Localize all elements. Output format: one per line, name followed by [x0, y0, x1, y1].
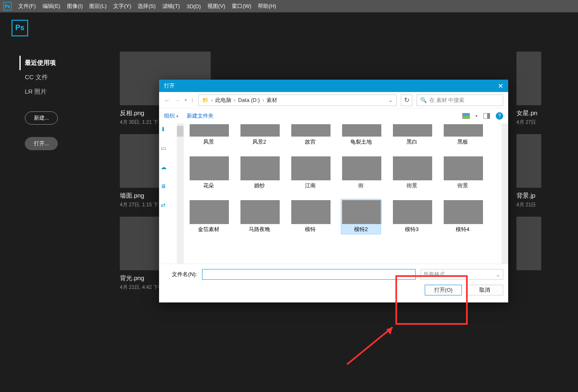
ps-logo-icon: Ps: [3, 2, 12, 10]
filename-input[interactable]: [202, 269, 416, 280]
forward-icon[interactable]: →: [174, 97, 181, 104]
files-scrollbar[interactable]: [502, 123, 508, 264]
open-confirm-button[interactable]: 打开(O): [425, 285, 462, 295]
app-header: Ps: [0, 12, 578, 43]
file-item[interactable]: 花朵: [189, 156, 228, 190]
open-button[interactable]: 打开...: [25, 137, 58, 150]
file-item[interactable]: 街景: [443, 156, 482, 190]
new-folder-button[interactable]: 新建文件夹: [187, 112, 214, 120]
file-item[interactable]: 街: [341, 156, 381, 190]
file-item[interactable]: 模特4: [443, 199, 482, 234]
menu-select[interactable]: 选择(S): [138, 2, 155, 10]
menu-help[interactable]: 帮助(H): [258, 2, 276, 10]
dialog-title: 打开: [164, 82, 175, 90]
search-icon: 🔍: [420, 97, 427, 103]
open-file-dialog: 打开 ✕ ← → ▾ ↑ 📁 › 此电脑 › Data (D:) › 素材 ⌄ …: [159, 80, 508, 302]
file-item[interactable]: 婚纱: [240, 156, 279, 190]
breadcrumb-drive[interactable]: Data (D:): [238, 97, 260, 103]
menu-filter[interactable]: 滤镜(T): [162, 2, 180, 10]
dialog-body: ⬇▭☁🖥⇄ 风景 风景2 故宫 龟裂土地 黑白 黑板 花朵 婚纱 江南 街 街景…: [159, 123, 508, 264]
menu-edit[interactable]: 编辑(E): [43, 2, 60, 10]
menu-3d[interactable]: 3D(D): [186, 3, 201, 9]
view-mode-icon[interactable]: [462, 113, 470, 119]
file-item[interactable]: 模特: [290, 199, 330, 234]
folder-icon: 📁: [202, 97, 209, 103]
recent-card[interactable]: 女星.pn4月 27日: [516, 52, 541, 126]
chevron-down-icon[interactable]: ⌄: [388, 97, 393, 103]
breadcrumb-root[interactable]: 此电脑: [215, 97, 231, 104]
address-bar[interactable]: 📁 › 此电脑 › Data (D:) › 素材 ⌄: [198, 94, 397, 106]
chevron-down-icon[interactable]: ▾: [476, 114, 478, 118]
close-icon[interactable]: ✕: [498, 82, 503, 90]
menu-layer[interactable]: 图层(L): [89, 2, 107, 10]
file-item[interactable]: 黑板: [443, 123, 482, 146]
help-icon[interactable]: ?: [496, 112, 503, 120]
file-item[interactable]: 风景2: [240, 123, 279, 146]
menu-window[interactable]: 窗口(W): [232, 2, 251, 10]
file-item[interactable]: 模特3: [392, 199, 431, 234]
ps-logo-large-icon: Ps: [12, 20, 28, 36]
file-item[interactable]: 金箔素材: [189, 199, 228, 234]
file-item[interactable]: 江南: [290, 156, 330, 190]
search-input[interactable]: 🔍 在 素材 中搜索: [416, 94, 503, 106]
organize-menu[interactable]: 组织 ▾: [164, 112, 178, 120]
up-icon[interactable]: ↑: [191, 97, 194, 104]
menu-type[interactable]: 文字(Y): [113, 2, 131, 10]
file-item[interactable]: 黑白: [392, 123, 431, 146]
cancel-button[interactable]: 取消: [466, 285, 503, 295]
file-item[interactable]: 故宫: [290, 123, 330, 146]
recent-card[interactable]: 背景.jp4月 21日: [516, 134, 541, 208]
preview-pane-icon[interactable]: [483, 113, 490, 119]
file-item-selected[interactable]: 模特2: [341, 199, 381, 234]
filetype-select[interactable]: 所有格式⌄: [421, 269, 503, 280]
filename-label: 文件名(N):: [164, 271, 197, 278]
dialog-footer: 文件名(N): 所有格式⌄ 打开(O) 取消: [159, 264, 508, 300]
file-item[interactable]: 马路夜晚: [240, 199, 279, 234]
recent-dropdown-icon[interactable]: ▾: [185, 98, 187, 102]
home-sidebar: 最近使用项 CC 文件 LR 照片 新建... 打开...: [0, 43, 112, 392]
file-item[interactable]: 风景: [189, 123, 228, 146]
new-button[interactable]: 新建...: [25, 111, 58, 125]
menu-view[interactable]: 视图(V): [207, 2, 225, 10]
dialog-toolbar: 组织 ▾ 新建文件夹 ▾ ?: [159, 109, 508, 123]
refresh-icon[interactable]: ↻: [401, 94, 412, 106]
dialog-titlebar: 打开 ✕: [159, 80, 508, 92]
menu-bar: Ps 文件(F) 编辑(E) 图像(I) 图层(L) 文字(Y) 选择(S) 滤…: [0, 0, 578, 12]
tree-scrollbar[interactable]: [177, 123, 183, 264]
breadcrumb-folder[interactable]: 素材: [266, 97, 277, 104]
recent-card[interactable]: [516, 217, 541, 291]
file-item[interactable]: 龟裂土地: [341, 123, 381, 146]
sidebar-item-cc[interactable]: CC 文件: [25, 70, 112, 85]
dialog-nav: ← → ▾ ↑ 📁 › 此电脑 › Data (D:) › 素材 ⌄ ↻ 🔍 在…: [159, 92, 508, 109]
menu-file[interactable]: 文件(F): [18, 2, 36, 10]
file-list: 风景 风景2 故宫 龟裂土地 黑白 黑板 花朵 婚纱 江南 街 街景 街景 金箔…: [184, 123, 508, 264]
folder-tree[interactable]: ⬇▭☁🖥⇄: [159, 123, 184, 264]
sidebar-item-recent[interactable]: 最近使用项: [19, 56, 112, 70]
menu-image[interactable]: 图像(I): [67, 2, 83, 10]
back-icon[interactable]: ←: [164, 97, 170, 104]
sidebar-item-lr[interactable]: LR 照片: [25, 85, 112, 99]
search-placeholder: 在 素材 中搜索: [429, 97, 464, 104]
file-item[interactable]: 街景: [392, 156, 431, 190]
